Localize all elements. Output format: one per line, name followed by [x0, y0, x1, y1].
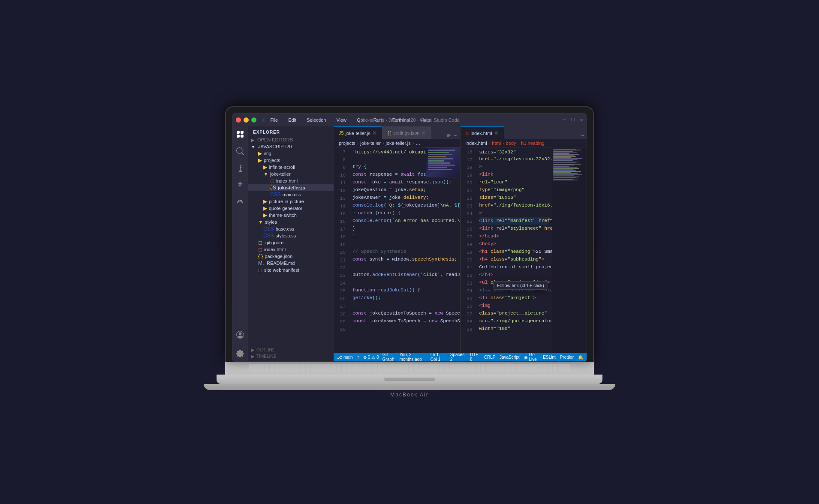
close-btn[interactable]: ✕: [580, 117, 583, 123]
remote-text: You, 2 months ago: [400, 352, 426, 361]
tree-readme-md[interactable]: M↓ README.md: [248, 260, 334, 267]
tree-quote-generator[interactable]: ▶ quote-generator: [248, 205, 334, 212]
tree-index-html-root[interactable]: ◻ index.html: [248, 246, 334, 253]
live-server-btn[interactable]: ◉ Go Live: [524, 352, 539, 361]
minimize-btn[interactable]: —: [563, 117, 566, 123]
folder-icon: ▶: [263, 198, 267, 204]
account-icon[interactable]: [235, 330, 245, 340]
prettier-status[interactable]: Prettier: [560, 352, 574, 361]
tree-item-label: base.css: [276, 226, 294, 231]
more-actions-right-icon[interactable]: ⋯: [581, 132, 584, 139]
macbook-base: [217, 375, 602, 384]
explorer-icon[interactable]: [235, 129, 245, 139]
macbook-label: MacBook Air: [390, 390, 428, 398]
breadcrumb-joke-teller-js: joke-teller.js: [386, 141, 411, 146]
sync-btn[interactable]: ↺: [356, 352, 360, 361]
git-branch[interactable]: ⎇ main: [337, 352, 353, 361]
html-icon: ◻: [270, 178, 274, 184]
follow-link-tooltip: Follow link (ctrl + click): [493, 281, 548, 290]
encoding-text: UTF-8: [470, 352, 480, 361]
breadcrumb-html: html: [492, 141, 501, 146]
tree-projects-folder[interactable]: ▶ projects: [248, 157, 334, 164]
settings-icon[interactable]: [235, 348, 245, 359]
eslint-status[interactable]: ESLint: [543, 352, 555, 361]
tree-gitignore[interactable]: ◻ .gitignore: [248, 239, 334, 246]
menu-file[interactable]: File: [268, 117, 280, 123]
tree-joke-teller-js[interactable]: JS joke-teller.js: [248, 184, 334, 191]
tree-theme-switch[interactable]: ▶ theme-switch: [248, 212, 334, 219]
debug-icon[interactable]: [235, 180, 245, 191]
breadcrumb-body: body: [506, 141, 516, 146]
folder-icon: ▼: [258, 219, 263, 225]
status-bar-right: You, 2 months ago Ln 1, Col 1 Spaces: 2: [400, 352, 583, 361]
maximize-traffic-btn[interactable]: [251, 117, 256, 123]
close-traffic-btn[interactable]: [236, 117, 241, 123]
tab-close-btn[interactable]: ✕: [372, 130, 377, 136]
tab-label: settings.json: [393, 130, 419, 135]
tree-site-webmanifest[interactable]: ◻ site.webmanifest: [248, 267, 334, 273]
screen-lid: ⚡ File Edit Selection View Go Run Termin…: [225, 106, 594, 362]
menu-edit[interactable]: Edit: [286, 117, 298, 123]
menu-view[interactable]: View: [334, 117, 348, 123]
language-status[interactable]: JavaScript: [500, 352, 520, 361]
window-title: joke-teller.js - JavaScript20 · Visual S…: [359, 117, 460, 123]
tab-close-btn[interactable]: ✕: [421, 130, 426, 136]
outline-section[interactable]: ▶ OUTLINE: [251, 347, 330, 353]
tab-settings-json[interactable]: { } settings.json ✕: [382, 126, 432, 139]
minimize-traffic-btn[interactable]: [244, 117, 249, 123]
maximize-btn[interactable]: □: [571, 117, 575, 123]
line-ending-status[interactable]: CRLF: [484, 352, 495, 361]
tab-joke-teller-js[interactable]: JS joke-teller.js ✕: [334, 126, 382, 139]
tree-styles-css[interactable]: CSS styles.css: [248, 232, 334, 239]
activity-bar: [232, 126, 248, 361]
split-editor-icon[interactable]: ⚟: [446, 132, 452, 139]
tree-base-css[interactable]: CSS base.css: [248, 225, 334, 232]
tooltip-text: Follow link: [497, 283, 519, 288]
live-text: Go Live: [529, 352, 539, 361]
spaces-status[interactable]: Spaces: 2: [450, 352, 466, 361]
encoding-status[interactable]: UTF-8: [470, 352, 480, 361]
md-icon: M↓: [258, 260, 265, 266]
menu-selection[interactable]: Selection: [305, 117, 328, 123]
breadcrumb-more: …: [416, 141, 420, 146]
macbook-notch: [384, 378, 435, 381]
vscode-icon: ⚡: [262, 117, 265, 124]
tab-close-btn[interactable]: ✕: [494, 130, 499, 136]
js-icon: JS: [270, 185, 276, 191]
git-graph-btn[interactable]: Git Graph: [382, 352, 394, 361]
tree-item-label: picture-in-picture: [269, 199, 304, 204]
remote-indicator[interactable]: You, 2 months ago: [400, 352, 426, 361]
extensions-icon[interactable]: [235, 198, 245, 208]
timeline-section[interactable]: ▶ TIMELINE: [251, 353, 330, 360]
css-icon: CSS: [263, 226, 274, 232]
more-actions-icon[interactable]: ⋯: [454, 132, 458, 139]
tree-item-label: main.css: [283, 192, 301, 197]
breadcrumb-joke-teller: joke-teller: [360, 141, 381, 146]
errors-status[interactable]: ⊗ 0 ⚠ 0: [363, 352, 379, 361]
tree-img-folder[interactable]: ▶ img: [248, 150, 334, 157]
search-icon[interactable]: [235, 146, 245, 156]
breadcrumb-left: projects › joke-teller › joke-teller.js …: [334, 139, 460, 147]
position-status[interactable]: Ln 1, Col 1: [431, 352, 446, 361]
tooltip-shortcut: (ctrl + click): [520, 283, 544, 288]
macbook: ⚡ File Edit Selection View Go Run Termin…: [204, 106, 615, 398]
notifications-btn[interactable]: 🔔: [578, 352, 583, 361]
source-control-icon[interactable]: [235, 163, 245, 174]
code-area-left: 'https://sv443.net/jokeapi/v2/joke/Progr…: [349, 147, 460, 353]
tree-main-css[interactable]: CSS main.css: [248, 191, 334, 198]
tree-package-json[interactable]: { } package.json: [248, 253, 334, 260]
tab-index-html[interactable]: ◻ index.html ✕: [461, 126, 504, 139]
tree-item-label: site.webmanifest: [264, 267, 299, 273]
tree-picture-in-picture[interactable]: ▶ picture-in-picture: [248, 198, 334, 205]
tree-styles-folder[interactable]: ▼ styles: [248, 219, 334, 225]
language-text: JavaScript: [500, 355, 520, 360]
keyboard-keys: [249, 364, 570, 372]
javascript20-section[interactable]: ▼ JAVASCRIPT20: [248, 143, 334, 150]
tree-item-label: styles.css: [276, 233, 296, 238]
error-count: 0: [368, 355, 370, 360]
tree-index-html-inner[interactable]: ◻ index.html: [248, 177, 334, 184]
editor-actions-left: ⚟ ⋯: [444, 132, 460, 139]
open-editors-section[interactable]: ▶ OPEN EDITORS: [248, 136, 334, 143]
tree-joke-teller-folder[interactable]: ▼ joke-teller: [248, 171, 334, 177]
tree-infinite-scroll[interactable]: ▶ infinite-scroll: [248, 164, 334, 171]
